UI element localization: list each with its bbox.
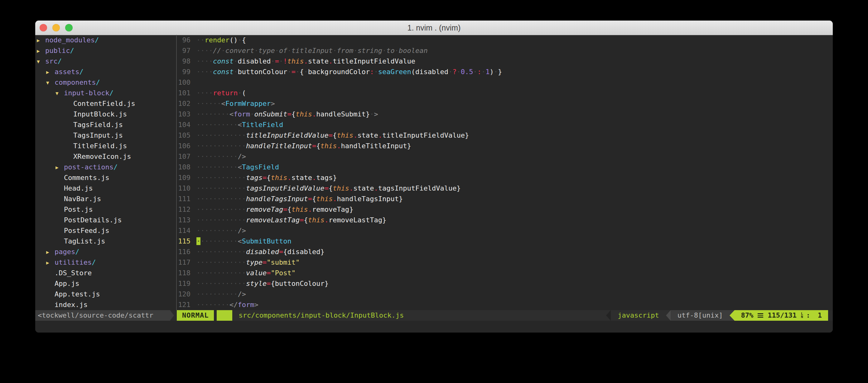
code-line[interactable]: 100 <box>177 77 833 88</box>
code-token: boolean <box>399 47 428 55</box>
directory-name: assets <box>55 67 79 77</box>
tree-item[interactable]: index.js <box>35 300 176 310</box>
code-line[interactable]: 108··········<TagsField <box>177 162 833 173</box>
code-line[interactable]: 107··········/> <box>177 151 833 162</box>
tree-item[interactable]: App.test.js <box>35 289 176 300</box>
collapsed-arrow-icon[interactable]: ▸ <box>46 257 55 268</box>
code-line[interactable]: 99····const·buttonColour·=·{·backgroundC… <box>177 67 833 77</box>
tree-item[interactable]: Head.js <box>35 183 176 194</box>
code-line[interactable]: 115··········<SubmitButton <box>177 236 833 247</box>
tree-item[interactable]: TagsField.js <box>35 119 176 130</box>
collapsed-arrow-icon[interactable]: ▸ <box>46 247 55 257</box>
expanded-arrow-icon[interactable]: ▾ <box>56 88 64 98</box>
collapsed-arrow-icon[interactable]: ▸ <box>37 45 45 56</box>
tree-item[interactable]: TagList.js <box>35 236 176 247</box>
tree-item[interactable]: PostDetails.js <box>35 215 176 225</box>
line-number: 112 <box>177 204 190 215</box>
code-line[interactable]: 101····return·( <box>177 88 833 98</box>
code-token: of <box>279 47 287 55</box>
tree-item[interactable]: TagsInput.js <box>35 130 176 141</box>
whitespace-dots: · <box>250 110 254 118</box>
tree-item[interactable]: TitleField.js <box>35 141 176 151</box>
code-line[interactable]: 113············removeLastTag={this.remov… <box>177 215 833 225</box>
code-token: { <box>316 142 320 150</box>
code-token: { <box>304 216 308 224</box>
code-token: removeLastTag <box>329 216 382 224</box>
code-line[interactable]: 102······<FormWrapper> <box>177 98 833 109</box>
tree-item[interactable]: XRemoveIcon.js <box>35 151 176 162</box>
code-text: ············disabled={disabled} <box>196 247 324 257</box>
file-name: App.js <box>55 278 79 289</box>
tree-item[interactable]: ▾components/ <box>35 77 176 88</box>
file-name: ContentField.js <box>73 98 135 109</box>
tree-item[interactable]: ▾input-block/ <box>35 88 176 98</box>
code-line[interactable]: 97····//·convert·type·of·titleInput·from… <box>177 45 833 56</box>
code-token: /> <box>238 227 246 235</box>
collapsed-arrow-icon[interactable]: ▸ <box>56 162 64 173</box>
code-token: titleInputFieldValue <box>246 131 329 139</box>
code-line[interactable]: 114··········/> <box>177 225 833 236</box>
code-token: = <box>279 248 283 256</box>
code-line[interactable]: 103········<form·onSubmit={this.handleSu… <box>177 109 833 119</box>
collapsed-arrow-icon[interactable]: ▸ <box>37 35 45 45</box>
command-line[interactable] <box>35 321 833 333</box>
tree-item[interactable]: InputBlock.js <box>35 109 176 119</box>
code-line[interactable]: 117············type="submit" <box>177 257 833 268</box>
code-token: . <box>333 195 337 203</box>
tree-item[interactable]: App.js <box>35 278 176 289</box>
line-number: 107 <box>177 151 190 162</box>
expanded-arrow-icon[interactable]: ▾ <box>37 56 45 67</box>
directory-slash: / <box>70 45 74 56</box>
tree-item[interactable]: NavBar.js <box>35 194 176 204</box>
code-token: = <box>300 216 304 224</box>
code-line[interactable]: 121········</form> <box>177 300 833 310</box>
code-line[interactable]: 116············disabled={disabled} <box>177 247 833 257</box>
tree-item[interactable]: Post.js <box>35 204 176 215</box>
code-token: = <box>329 131 333 139</box>
tree-item[interactable]: ▸post-actions/ <box>35 162 176 173</box>
collapsed-arrow-icon[interactable]: ▸ <box>46 67 55 77</box>
powerline-arrow-icon <box>170 310 174 321</box>
directory-slash: / <box>110 88 114 98</box>
code-line[interactable]: 111············handleTagsInput={this.han… <box>177 194 833 204</box>
tree-item[interactable]: ▸utilities/ <box>35 257 176 268</box>
code-text: ············value="Post" <box>196 268 296 278</box>
code-token: } <box>333 174 337 181</box>
tree-item[interactable]: ▸assets/ <box>35 67 176 77</box>
tree-item[interactable]: ▾src/ <box>35 56 176 67</box>
tree-item[interactable]: Comments.js <box>35 173 176 183</box>
code-line[interactable]: 96··render()·{ <box>177 35 833 45</box>
code-line[interactable]: 119············style={buttonColour} <box>177 278 833 289</box>
tree-item[interactable]: ▸public/ <box>35 45 176 56</box>
code-token: < <box>238 237 242 245</box>
code-line[interactable]: 109············tags={this.state.tags} <box>177 173 833 183</box>
tree-item[interactable]: ▸node_modules/ <box>35 35 176 45</box>
code-line[interactable]: 112············removeTag={this.removeTag… <box>177 204 833 215</box>
code-editor[interactable]: 96··render()·{97····//·convert·type·of·t… <box>177 35 833 310</box>
code-line[interactable]: 110············tagsInputFieldValue={this… <box>177 183 833 194</box>
code-line[interactable]: 105············titleInputFieldValue={thi… <box>177 130 833 141</box>
directory-slash: / <box>58 56 62 67</box>
code-token: this <box>337 131 353 139</box>
code-line[interactable]: 118············value="Post" <box>177 268 833 278</box>
code-line[interactable]: 106············handleTitleInput={this.ha… <box>177 141 833 151</box>
code-line[interactable]: 120··········/> <box>177 289 833 300</box>
code-token: { <box>300 68 304 76</box>
code-text: ············removeLastTag={this.removeLa… <box>196 215 386 225</box>
tree-item[interactable]: PostFeed.js <box>35 225 176 236</box>
code-line[interactable]: 104··········<TitleField <box>177 119 833 130</box>
expanded-arrow-icon[interactable]: ▾ <box>46 77 55 88</box>
code-token: ? <box>453 68 457 76</box>
whitespace-dots: · <box>287 47 291 55</box>
code-token: = <box>291 68 296 76</box>
code-token: handleTitleInput <box>246 142 312 150</box>
code-token: { <box>333 131 337 139</box>
code-token: } <box>320 248 324 256</box>
tree-item[interactable]: ▸pages/ <box>35 247 176 257</box>
code-line[interactable]: 98····const·disabled·=·!this.state.title… <box>177 56 833 67</box>
window-titlebar[interactable]: 1. nvim . (nvim) <box>35 21 833 35</box>
tree-item[interactable]: ContentField.js <box>35 98 176 109</box>
code-text: ··········/> <box>196 225 246 236</box>
tree-item[interactable]: .DS_Store <box>35 268 176 278</box>
code-token: } <box>349 206 353 213</box>
